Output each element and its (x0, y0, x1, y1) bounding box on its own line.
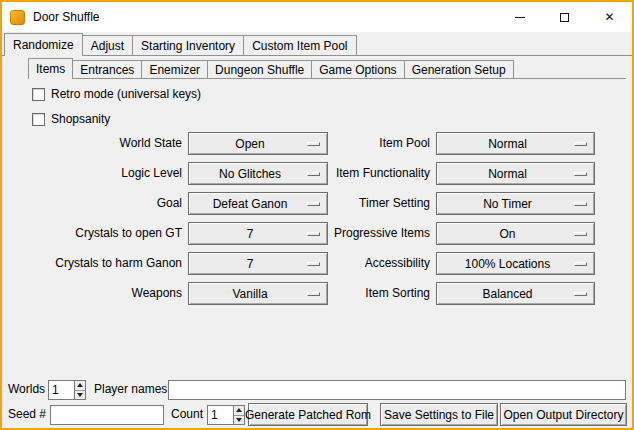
timer-setting-dropdown[interactable]: No Timer (436, 192, 595, 215)
shopsanity-checkbox[interactable] (32, 113, 45, 126)
window-title: Door Shuffle (33, 10, 497, 24)
save-settings-button[interactable]: Save Settings to File (380, 403, 498, 426)
item-pool-dropdown[interactable]: Normal (436, 132, 595, 155)
player-names-input[interactable] (168, 380, 626, 400)
tab-enemizer[interactable]: Enemizer (141, 60, 208, 79)
generate-patched-rom-button[interactable]: Generate Patched Rom (248, 403, 368, 426)
close-icon: ✕ (604, 11, 614, 23)
app-icon (10, 10, 25, 25)
titlebar: Door Shuffle ✕ (2, 2, 632, 32)
count-spin-buttons (233, 406, 244, 424)
open-output-directory-button[interactable]: Open Output Directory (500, 403, 627, 426)
worlds-spin-buttons (74, 381, 85, 399)
accessibility-dropdown[interactable]: 100% Locations (436, 252, 595, 275)
window-controls: ✕ (497, 2, 632, 32)
progressive-items-value: On (499, 227, 531, 241)
shopsanity-label: Shopsanity (51, 112, 110, 126)
tab-dungeon-shuffle[interactable]: Dungeon Shuffle (207, 60, 312, 79)
minimize-button[interactable] (497, 2, 542, 32)
count-spinbox[interactable] (207, 405, 245, 425)
dropdown-indicator-icon (574, 142, 587, 146)
crystals-harm-ganon-value: 7 (247, 257, 270, 271)
count-input[interactable] (208, 406, 233, 424)
tab-game-options[interactable]: Game Options (311, 60, 404, 79)
dropdown-indicator-icon (574, 232, 587, 236)
timer-setting-value: No Timer (483, 197, 548, 211)
spin-up-icon (236, 408, 242, 412)
retro-mode-label: Retro mode (universal keys) (51, 87, 201, 101)
tab-adjust[interactable]: Adjust (82, 35, 133, 56)
logic-level-label: Logic Level (30, 162, 182, 185)
outer-tab-bar: Randomize Adjust Starting Inventory Cust… (4, 32, 356, 56)
dropdown-indicator-icon (574, 262, 587, 266)
worlds-spinbox[interactable] (48, 380, 86, 400)
item-sorting-label: Item Sorting (288, 282, 430, 305)
crystals-open-gt-value: 7 (247, 227, 270, 241)
tab-items[interactable]: Items (28, 58, 73, 79)
worlds-input[interactable] (49, 381, 74, 399)
world-state-label: World State (30, 132, 182, 155)
maximize-icon (560, 13, 569, 22)
dropdown-indicator-icon (574, 202, 587, 206)
seed-label: Seed # (8, 404, 46, 424)
world-state-value: Open (235, 137, 280, 151)
crystals-harm-ganon-label: Crystals to harm Ganon (30, 252, 182, 275)
item-pool-value: Normal (488, 137, 543, 151)
goal-label: Goal (30, 192, 182, 215)
spin-up-icon (77, 383, 83, 387)
spin-down-icon (77, 393, 83, 397)
item-functionality-label: Item Functionality (288, 162, 430, 185)
item-functionality-dropdown[interactable]: Normal (436, 162, 595, 185)
spin-down-icon (236, 418, 242, 422)
tab-custom-item-pool[interactable]: Custom Item Pool (243, 35, 356, 56)
timer-setting-label: Timer Setting (288, 192, 430, 215)
minimize-icon (515, 17, 525, 18)
window: Door Shuffle ✕ Randomize Adjust Starting… (0, 0, 634, 430)
logic-level-value: No Glitches (219, 167, 297, 181)
player-names-label: Player names (94, 379, 167, 399)
count-spin-down-button[interactable] (234, 415, 244, 425)
item-sorting-dropdown[interactable]: Balanced (436, 282, 595, 305)
tab-randomize[interactable]: Randomize (4, 33, 83, 56)
seed-input[interactable] (50, 405, 164, 425)
weapons-label: Weapons (30, 282, 182, 305)
item-functionality-value: Normal (488, 167, 543, 181)
client-area: Randomize Adjust Starting Inventory Cust… (2, 32, 632, 428)
retro-mode-checkbox[interactable] (32, 88, 45, 101)
progressive-items-label: Progressive Items (288, 222, 430, 245)
dropdown-indicator-icon (574, 172, 587, 176)
item-pool-label: Item Pool (288, 132, 430, 155)
accessibility-label: Accessibility (288, 252, 430, 275)
count-label: Count (171, 404, 203, 424)
tab-entrances[interactable]: Entrances (72, 60, 142, 79)
maximize-button[interactable] (542, 2, 587, 32)
dropdown-indicator-icon (574, 292, 587, 296)
tab-generation-setup[interactable]: Generation Setup (404, 60, 514, 79)
tab-starting-inventory[interactable]: Starting Inventory (132, 35, 244, 56)
crystals-open-gt-label: Crystals to open GT (30, 222, 182, 245)
inner-tab-bar: Items Entrances Enemizer Dungeon Shuffle… (28, 57, 513, 79)
worlds-spin-down-button[interactable] (75, 390, 85, 400)
close-button[interactable]: ✕ (587, 2, 632, 32)
weapons-value: Vanilla (232, 287, 283, 301)
progressive-items-dropdown[interactable]: On (436, 222, 595, 245)
worlds-spin-up-button[interactable] (75, 381, 85, 390)
accessibility-value: 100% Locations (465, 257, 566, 271)
shopsanity-checkbox-row[interactable]: Shopsanity (32, 112, 110, 126)
count-spin-up-button[interactable] (234, 406, 244, 415)
retro-mode-checkbox-row[interactable]: Retro mode (universal keys) (32, 87, 201, 101)
worlds-label: Worlds (8, 379, 45, 399)
item-sorting-value: Balanced (482, 287, 548, 301)
